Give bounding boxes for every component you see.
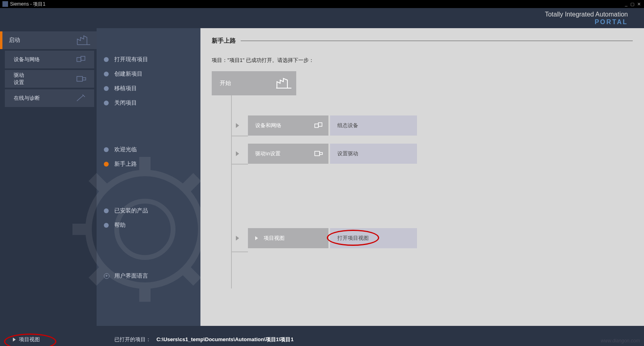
flow-project-view-label[interactable]: 项目视图 [248, 228, 328, 248]
arrow-right-icon [236, 123, 239, 128]
window-title: Siemens - 项目1 [10, 1, 45, 8]
triangle-right-icon [255, 236, 258, 240]
globe-icon: ✦ [104, 273, 109, 279]
nav-devices-networks[interactable]: 设备与网络 [5, 51, 94, 68]
svg-rect-4 [83, 78, 86, 80]
arrow-right-icon [236, 151, 239, 156]
app-icon [2, 1, 8, 7]
motor-icon [310, 147, 328, 160]
sec-help[interactable]: 帮助 [97, 218, 200, 233]
svg-rect-18 [315, 151, 320, 156]
brand-line1: Totally Integrated Automation [545, 10, 628, 18]
factory-icon [76, 34, 91, 46]
triangle-right-icon [13, 338, 16, 342]
flow-configure-devices[interactable]: 组态设备 [330, 115, 417, 136]
nav-drive-settings[interactable]: 驱动 设置 [5, 70, 94, 88]
flow-drive-settings[interactable]: 驱动\n设置 [248, 144, 328, 164]
flow-row-drive: 驱动\n设置 设置驱动 [236, 144, 633, 164]
flow-set-drive[interactable]: 设置驱动 [330, 144, 417, 164]
content-title: 新手上路 [212, 37, 633, 45]
sec-first-steps[interactable]: 新手上路 [97, 157, 200, 171]
sec-open-existing[interactable]: 打开现有项目 [97, 52, 200, 67]
motor-icon [74, 73, 89, 85]
flow-devices-networks[interactable]: 设备和网络 [248, 115, 328, 136]
svg-rect-2 [81, 56, 85, 60]
watermark: www.diangon.com [601, 338, 640, 344]
wrench-icon [74, 92, 89, 104]
sidebar-primary: 启动 设备与网络 驱动 设置 在线与诊断 [0, 28, 97, 326]
flow-container: 开始 设备和网络 组态设备 驱动\n设置 [212, 71, 633, 248]
factory-icon [272, 75, 296, 91]
window-controls[interactable]: _ ▢ ✕ [625, 2, 642, 7]
brand-line2: PORTAL [545, 18, 628, 26]
footer-project-path: C:\Users\cs1_temp\Documents\Automation\项… [157, 336, 294, 342]
flow-open-project-view[interactable]: 打开项目视图 [330, 228, 417, 248]
footer-opened-project: 已打开的项目： C:\Users\cs1_temp\Documents\Auto… [97, 336, 294, 343]
sec-ui-language[interactable]: ✦用户界面语言 [97, 269, 200, 283]
cubes-icon [74, 54, 89, 66]
nav-online-diagnostics[interactable]: 在线与诊断 [5, 89, 94, 107]
footer-project-view-button[interactable]: 项目视图 [0, 336, 97, 343]
flow-start-box[interactable]: 开始 [212, 71, 296, 95]
sec-welcome[interactable]: 欢迎光临 [97, 142, 200, 157]
flow-row-devices: 设备和网络 组态设备 [236, 115, 633, 136]
svg-rect-1 [77, 58, 81, 62]
nav-start[interactable]: 启动 [0, 31, 97, 49]
sec-migrate[interactable]: 移植项目 [97, 81, 200, 96]
arrow-right-icon [236, 236, 239, 241]
svg-rect-3 [77, 76, 83, 81]
sec-close-project[interactable]: 关闭项目 [97, 96, 200, 110]
cubes-icon [310, 119, 328, 132]
sec-installed-products[interactable]: 已安装的产品 [97, 204, 200, 218]
brand-header: Totally Integrated Automation PORTAL [0, 8, 644, 28]
svg-rect-19 [320, 152, 322, 154]
content-panel: 新手上路 项目："项目1" 已成功打开。请选择下一步： 开始 设备和网络 [200, 28, 644, 326]
sec-create-new[interactable]: 创建新项目 [97, 67, 200, 81]
project-opened-message: 项目："项目1" 已成功打开。请选择下一步： [212, 57, 633, 64]
footer-bar: 项目视图 已打开的项目： C:\Users\cs1_temp\Documents… [0, 333, 644, 346]
sidebar-secondary: 打开现有项目 创建新项目 移植项目 关闭项目 欢迎光临 新手上路 已安装的产品 … [97, 28, 200, 326]
svg-rect-17 [318, 123, 322, 126]
title-bar: Siemens - 项目1 _ ▢ ✕ [0, 0, 644, 8]
flow-row-project-view: 项目视图 打开项目视图 [236, 228, 633, 248]
svg-rect-16 [315, 124, 318, 128]
